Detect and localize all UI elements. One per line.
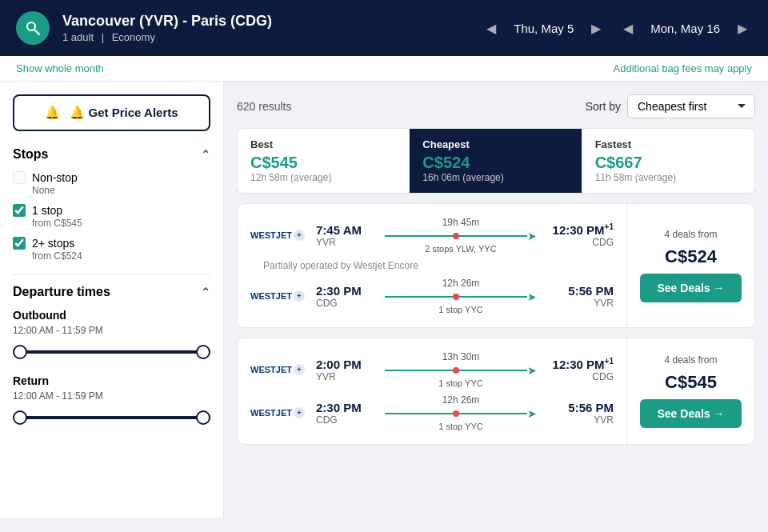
non-stop-label[interactable]: Non-stop: [13, 171, 210, 184]
one-stop-label[interactable]: 1 stop: [13, 204, 210, 217]
bag-fees-notice: Additional bag fees may apply: [614, 62, 752, 74]
outbound-date: Thu, May 5: [514, 22, 574, 35]
non-stop-checkbox[interactable]: [13, 171, 26, 184]
main-layout: 🔔 🔔 Get Price Alerts Stops ⌃ Non-stop No…: [0, 82, 768, 518]
bell-icon: 🔔: [45, 106, 60, 120]
return-time-slider[interactable]: [13, 408, 210, 427]
outbound-slider-left-thumb[interactable]: [13, 345, 27, 359]
stops-label-2-ret: 1 stop YYC: [438, 422, 482, 431]
duration-2-ret: 12h 26m ➤ 1 stop YYC: [385, 394, 537, 431]
tab-bar: Best C$545 12h 58m (average) Cheapest C$…: [237, 128, 755, 194]
stops-filter-header[interactable]: Stops ⌃: [13, 147, 210, 162]
arr-time-1-out: 12:30 PM+1: [542, 222, 614, 237]
stops-label-2-out: 1 stop YYC: [438, 378, 482, 388]
flight-line-2-out: ➤: [385, 364, 537, 377]
deals-price-2: C$545: [665, 372, 717, 393]
arr-airport-1-ret: YVR: [542, 298, 614, 309]
stops-label: Stops: [13, 147, 48, 162]
flight-card-2-details: WESTJET + 2:00 PM YVR 13h 30m: [238, 338, 626, 444]
results-count: 620 results: [237, 100, 291, 113]
flight-card-2: WESTJET + 2:00 PM YVR 13h 30m: [237, 338, 755, 445]
airline-plus-badge-2: +: [294, 364, 305, 375]
westjet-logo-ret-2: WESTJET +: [250, 407, 306, 418]
departure-times-filter: Departure times ⌃ Outbound 12:00 AM - 11…: [13, 285, 210, 427]
tab-best-avg: 12h 58m (average): [250, 172, 396, 183]
return-date: Mon, May 16: [650, 22, 720, 35]
see-deals-button-2[interactable]: See Deals →: [640, 399, 742, 428]
tab-cheapest-price: C$524: [422, 154, 568, 172]
outbound-next-button[interactable]: ▶: [586, 18, 606, 39]
airline-plus-badge-ret-2: +: [294, 407, 305, 418]
header-dates: ◀ Thu, May 5 ▶ ◀ Mon, May 16 ▶: [482, 18, 752, 39]
deals-price-1: C$524: [665, 246, 717, 267]
route-sub: 1 adult | Economy: [62, 31, 469, 43]
outbound-prev-button[interactable]: ◀: [482, 18, 501, 39]
flight-line-1-ret: ➤: [385, 290, 537, 303]
tab-best[interactable]: Best C$545 12h 58m (average): [238, 129, 410, 193]
price-alert-button[interactable]: 🔔 🔔 Get Price Alerts: [13, 94, 210, 131]
arr-time-2-ret: 5:56 PM: [542, 401, 614, 414]
departure-times-label: Departure times: [13, 285, 110, 299]
one-stop-checkbox[interactable]: [13, 204, 26, 217]
tab-fastest[interactable]: Fastest C$667 11h 58m (average): [582, 129, 754, 193]
duration-2-out: 13h 30m ➤ 1 stop YYC: [385, 351, 537, 388]
sort-bar: 620 results Sort by Cheapest first Faste…: [237, 94, 755, 118]
stop-dot-2-ret-icon: [453, 410, 459, 417]
route-info: Vancouver (YVR) - Paris (CDG) 1 adult | …: [62, 13, 469, 43]
dep-time-1-ret: 2:30 PM: [316, 284, 380, 298]
return-time-range: 12:00 AM - 11:59 PM: [13, 390, 210, 402]
two-plus-label[interactable]: 2+ stops: [13, 237, 210, 250]
airline-plus-badge-ret: +: [294, 290, 305, 302]
stops-label-1-ret: 1 stop YYC: [438, 305, 482, 314]
two-plus-sub: from C$524: [32, 250, 210, 262]
arr-airport-2-out: CDG: [542, 371, 614, 382]
outbound-slider-right-thumb[interactable]: [196, 345, 210, 359]
flight-card-2-pricing: 4 deals from C$545 See Deals →: [626, 338, 754, 444]
stops-label-1-out: 2 stops YLW, YYC: [425, 244, 496, 254]
return-next-button[interactable]: ▶: [733, 18, 752, 39]
see-deals-button-1[interactable]: See Deals →: [640, 274, 742, 302]
stop-dot-ret-icon: [453, 294, 459, 300]
partial-op-1: Partially operated by Westjet Encore: [250, 260, 614, 278]
arr-time-1-ret: 5:56 PM: [542, 284, 614, 298]
search-icon[interactable]: [16, 11, 50, 45]
arr-airport-2-ret: YVR: [542, 414, 614, 426]
dep-airport-1-ret: CDG: [316, 298, 380, 309]
outbound-time-slider[interactable]: [13, 342, 210, 362]
arr-airport-1-out: CDG: [542, 237, 614, 248]
flight-card-1-pricing: 4 deals from C$524 See Deals →: [626, 204, 754, 327]
westjet-logo-out-1: WESTJET +: [250, 230, 306, 241]
tab-cheapest[interactable]: Cheapest C$524 16h 06m (average): [410, 129, 582, 193]
dep-airport-2-out: YVR: [316, 371, 380, 382]
two-plus-filter-item: 2+ stops from C$524: [13, 237, 210, 262]
tab-best-label: Best: [250, 138, 396, 150]
arrow-2-ret-icon: ➤: [527, 407, 537, 420]
flight-card-1-outbound: WESTJET + 7:45 AM YVR 19h 45m: [250, 217, 614, 254]
arrow-2-icon: ➤: [527, 364, 537, 377]
flight-line-1-out: ➤: [385, 230, 537, 242]
show-whole-month-link[interactable]: Show whole month: [16, 62, 104, 74]
return-slider-right-thumb[interactable]: [196, 410, 210, 425]
return-slider-left-thumb[interactable]: [13, 410, 27, 425]
flight-card-1-return: WESTJET + 2:30 PM CDG 12h 26m: [250, 278, 614, 314]
sort-by-label: Sort by: [586, 100, 621, 113]
departure-times-header[interactable]: Departure times ⌃: [13, 285, 210, 299]
flight-card-2-outbound: WESTJET + 2:00 PM YVR 13h 30m: [250, 351, 614, 388]
sub-header: Show whole month Additional bag fees may…: [0, 56, 768, 82]
return-time-title: Return: [13, 374, 210, 387]
return-slider-track: [13, 416, 210, 419]
departure-times-chevron-icon: ⌃: [201, 286, 210, 298]
sort-select[interactable]: Cheapest first Fastest first Best: [627, 94, 755, 118]
non-stop-filter-item: Non-stop None: [13, 171, 210, 196]
return-prev-button[interactable]: ◀: [618, 18, 638, 39]
tab-fastest-price: C$667: [595, 154, 742, 172]
westjet-logo-ret-1: WESTJET +: [250, 290, 306, 302]
stops-filter: Stops ⌃ Non-stop None 1 stop from C$545: [13, 147, 210, 262]
dep-airport-1-out: YVR: [316, 237, 380, 248]
flight-line-2-ret: ➤: [385, 407, 537, 420]
two-plus-stops-checkbox[interactable]: [13, 237, 26, 250]
main-content: 620 results Sort by Cheapest first Faste…: [224, 82, 768, 518]
stop-dot-2-icon: [453, 367, 459, 374]
tab-best-price: C$545: [250, 154, 396, 172]
outbound-time-title: Outbound: [13, 309, 210, 322]
